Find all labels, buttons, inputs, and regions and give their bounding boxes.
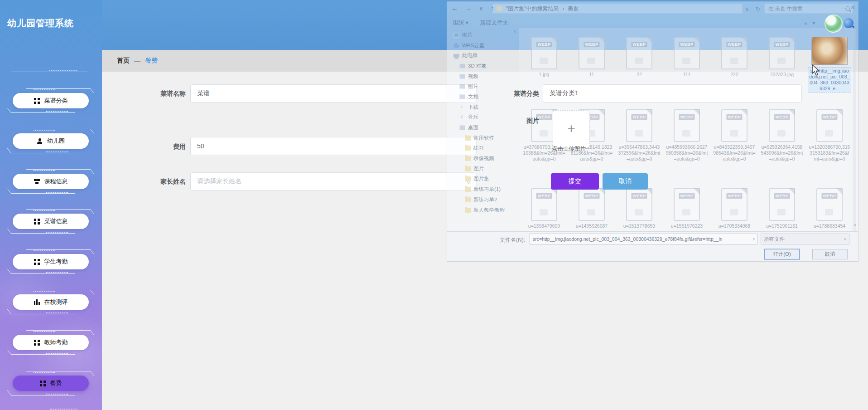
- dialog-cancel-button[interactable]: 取消: [812, 249, 848, 259]
- file-name: u=1751901131: [766, 223, 798, 229]
- sidebar-item-meal-fee[interactable]: 餐费: [13, 376, 89, 391]
- webp-file-icon: WEBP: [721, 188, 747, 221]
- parent-name-select[interactable]: 请选择家长姓名 ∨: [190, 172, 477, 190]
- breadcrumb-separator: —: [134, 57, 140, 64]
- webp-file-icon: WEBP: [769, 109, 795, 142]
- tree-item[interactable]: 新练习单2: [453, 195, 517, 205]
- tree-item-label: 图片: [468, 83, 478, 90]
- file-name: src=http__img.jiaodong.net_pic_003_004_3…: [808, 67, 851, 93]
- app-title: 幼儿园管理系统: [7, 17, 74, 29]
- webp-file-icon: WEBP: [816, 109, 843, 142]
- folder-icon: [465, 156, 471, 161]
- file-item[interactable]: WEBPu=1788683454: [808, 188, 851, 229]
- webp-file-icon: WEBP: [531, 188, 557, 221]
- tree-item[interactable]: WPS云盘: [453, 40, 517, 51]
- sidebar-item-recipe-category[interactable]: 菜谱分类: [13, 93, 89, 108]
- file-name: u=396447863,3443372596&fm=26&fmt=auto&gp…: [617, 144, 661, 162]
- webp-file-icon: WEBP: [816, 188, 843, 221]
- video-icon: [459, 74, 465, 79]
- tree-item[interactable]: 图片集: [453, 174, 517, 185]
- cancel-button[interactable]: 取消: [603, 173, 648, 190]
- breadcrumb-current[interactable]: 餐费: [145, 57, 158, 65]
- grid-scrollbar[interactable]: [853, 29, 856, 232]
- file-item[interactable]: WEBPu=1513778659: [617, 188, 661, 229]
- recipe-name-input[interactable]: 菜谱: [190, 84, 477, 102]
- profile-badge-icon[interactable]: [844, 18, 854, 28]
- filetype-select[interactable]: 所有文件 ∨: [761, 234, 849, 244]
- file-item[interactable]: WEBPu=925326364,4158543096&fm=26&fmt=aut…: [760, 109, 804, 162]
- grid-scroll-down-icon[interactable]: ∨: [854, 223, 857, 227]
- tree-item[interactable]: 3D 对象: [453, 61, 517, 71]
- tree-item-label: WPS云盘: [462, 42, 484, 49]
- file-item[interactable]: WEBPu=1705334068: [713, 188, 756, 229]
- tree-item[interactable]: 常用软件: [453, 133, 517, 143]
- tree-item[interactable]: 新人教学教程: [453, 205, 517, 215]
- sidebar-item-school-evaluation[interactable]: 在校测评: [13, 294, 89, 310]
- file-name: u=843322399,340798543&fm=26&fmt=auto&gp=…: [713, 144, 756, 162]
- sidebar-item-kindergarten[interactable]: 幼儿园: [13, 133, 89, 149]
- webp-badge: WEBP: [727, 42, 743, 47]
- file-name: 1.jpg: [539, 72, 550, 78]
- sidebar-item-label: 餐费: [50, 379, 62, 387]
- avatar[interactable]: [825, 15, 843, 33]
- image-thumbnail: [811, 37, 848, 65]
- filename-input[interactable]: src=http__img.jiaodong.net_pic_003_004_3…: [530, 234, 757, 244]
- file-item[interactable]: WEBPu=1751901131: [760, 188, 804, 229]
- music-icon: [459, 115, 465, 120]
- file-item[interactable]: WEBPu=1320386730,3153153183&fm=26&fmt=au…: [808, 109, 851, 162]
- file-item[interactable]: WEBPu=1398479609: [522, 188, 566, 229]
- webp-badge: WEBP: [727, 193, 743, 199]
- tree-item-label: 图片: [473, 166, 484, 172]
- tree-item[interactable]: 图片: [453, 30, 517, 40]
- folder-icon: [465, 136, 471, 141]
- organize-menu[interactable]: 组织 ▾: [453, 19, 468, 27]
- webp-file-icon: WEBP: [674, 188, 700, 221]
- file-item[interactable]: src=http__img.jiaodong.net_pic_003_004_3…: [808, 37, 851, 93]
- file-name: 11: [589, 72, 594, 78]
- sidebar-item-teacher-attendance[interactable]: 教师考勤: [13, 335, 89, 350]
- doc-icon: [459, 94, 465, 99]
- back-icon[interactable]: ←: [452, 5, 458, 12]
- forward-icon[interactable]: →: [465, 5, 472, 12]
- recipe-name-label: 菜谱名称: [131, 90, 186, 98]
- webp-badge: WEBP: [632, 42, 647, 47]
- breadcrumb-home[interactable]: 首页: [117, 57, 130, 65]
- fee-input[interactable]: 50: [190, 137, 477, 155]
- tree-item-label: 新人教学教程: [473, 207, 505, 214]
- tree-item[interactable]: 练习: [453, 143, 517, 154]
- image-upload-box[interactable]: +: [553, 110, 590, 147]
- file-item[interactable]: WEBPu=1495926087: [570, 188, 613, 229]
- tree-scroll-up-icon[interactable]: ∧: [513, 29, 516, 34]
- file-name: u=1495926087: [576, 223, 608, 229]
- tree-item[interactable]: 新练习单(1): [453, 184, 517, 195]
- lib-icon: [453, 33, 459, 38]
- file-item[interactable]: WEBPu=396447863,3443372596&fm=26&fmt=aut…: [617, 109, 661, 162]
- parent-name-label: 家长姓名: [131, 178, 186, 186]
- tree-item[interactable]: 图片: [453, 164, 517, 174]
- webp-file-icon: WEBP: [721, 37, 747, 69]
- file-item[interactable]: WEBPu=1551976223: [665, 188, 709, 229]
- webp-badge: WEBP: [632, 193, 647, 199]
- tree-item[interactable]: 录像视频: [453, 153, 517, 164]
- tree-item[interactable]: 下载: [453, 102, 517, 112]
- category-input[interactable]: 菜谱分类1: [543, 84, 802, 102]
- sidebar-item-recipe-info[interactable]: 菜谱信息: [13, 214, 89, 229]
- file-item[interactable]: WEBPu=485993660,2627980358&fm=26&fmt=aut…: [665, 109, 709, 162]
- new-folder-button[interactable]: 新建文件夹: [480, 19, 509, 27]
- sidebar-item-course-info[interactable]: 课程信息: [13, 174, 89, 189]
- submit-button[interactable]: 提交: [551, 173, 599, 190]
- tree-item-label: 新练习单2: [473, 196, 497, 203]
- dialog-footer: 文件名(N): src=http__img.jiaodong.net_pic_0…: [447, 231, 858, 261]
- tree-item-label: 常用软件: [473, 135, 494, 142]
- tree-item[interactable]: 视频: [453, 71, 517, 82]
- sidebar-item-label: 课程信息: [44, 177, 68, 185]
- webp-badge: WEBP: [679, 193, 695, 199]
- grid-icon: [40, 381, 46, 386]
- sidebar-item-student-attendance[interactable]: 学生考勤: [13, 254, 89, 269]
- chevron-down-icon: ∨: [752, 237, 755, 241]
- upload-hint: 点击上传图片: [552, 145, 586, 153]
- recent-dropdown-icon[interactable]: ∨: [479, 5, 483, 12]
- open-button[interactable]: 打开(O): [764, 249, 800, 259]
- file-item[interactable]: WEBPu=843322399,340798543&fm=26&fmt=auto…: [713, 109, 756, 162]
- tree-item[interactable]: 此电脑: [453, 50, 517, 61]
